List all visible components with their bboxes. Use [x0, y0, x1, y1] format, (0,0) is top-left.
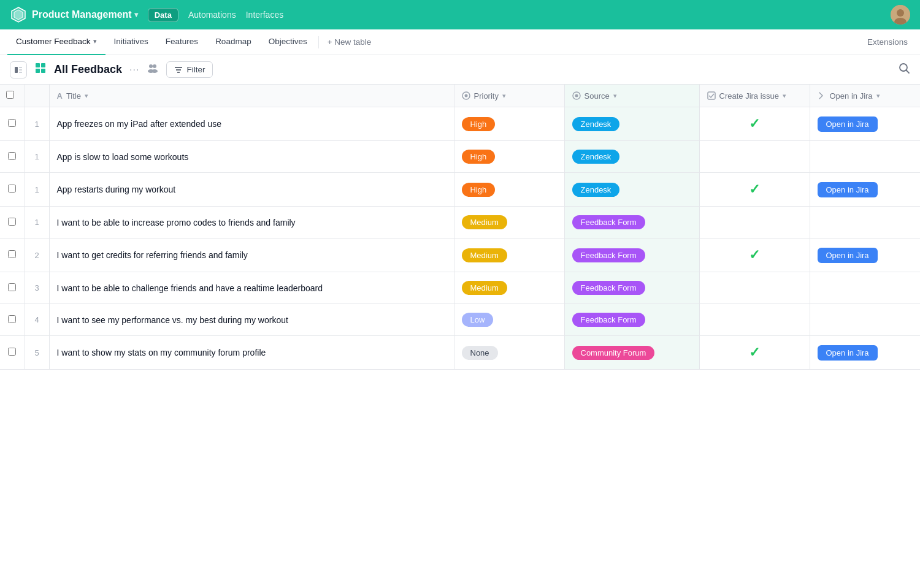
row-checkbox-cell[interactable] — [0, 304, 25, 336]
row-checkbox[interactable] — [8, 250, 16, 258]
nav-data-badge[interactable]: Data — [148, 8, 178, 22]
priority-badge[interactable]: High — [462, 117, 496, 131]
priority-badge[interactable]: Medium — [462, 281, 507, 295]
svg-rect-8 — [19, 72, 22, 73]
row-priority[interactable]: High — [454, 107, 564, 141]
priority-badge[interactable]: Medium — [462, 215, 507, 229]
row-jira-open — [810, 207, 920, 239]
row-jira-open[interactable]: Open in Jira — [810, 173, 920, 207]
row-priority[interactable]: High — [454, 141, 564, 173]
row-priority[interactable]: Medium — [454, 239, 564, 272]
filter-button[interactable]: Filter — [166, 61, 213, 78]
nav-automations[interactable]: Automations — [188, 10, 236, 20]
header-title[interactable]: A Title ▾ — [49, 85, 454, 107]
row-source[interactable]: Zendesk — [564, 173, 699, 207]
source-badge[interactable]: Zendesk — [572, 150, 620, 164]
tab-objectives[interactable]: Objectives — [260, 29, 316, 55]
search-button[interactable] — [898, 62, 910, 77]
row-checkbox-cell[interactable] — [0, 207, 25, 239]
tab-roadmap[interactable]: Roadmap — [207, 29, 260, 55]
sidebar-toggle-btn[interactable] — [10, 61, 27, 78]
row-checkbox-cell[interactable] — [0, 272, 25, 304]
header-num — [25, 85, 49, 107]
table-header-row: A Title ▾ Priority ▾ — [0, 85, 920, 107]
row-checkbox-cell[interactable] — [0, 141, 25, 173]
svg-rect-6 — [19, 67, 22, 68]
priority-badge[interactable]: High — [462, 183, 496, 197]
source-badge[interactable]: Feedback Form — [572, 248, 645, 262]
tab-objectives-label: Objectives — [269, 37, 307, 46]
priority-badge[interactable]: Low — [462, 313, 494, 327]
tab-new-table[interactable]: + New table — [321, 29, 378, 55]
row-priority[interactable]: None — [454, 336, 564, 370]
row-source[interactable]: Feedback Form — [564, 239, 699, 272]
source-badge[interactable]: Feedback Form — [572, 215, 645, 229]
header-priority[interactable]: Priority ▾ — [454, 85, 564, 107]
row-checkbox[interactable] — [8, 315, 16, 323]
source-badge[interactable]: Zendesk — [572, 183, 620, 197]
source-badge[interactable]: Community Forum — [572, 346, 655, 360]
row-jira-open[interactable]: Open in Jira — [810, 107, 920, 141]
row-checkbox-cell[interactable] — [0, 239, 25, 272]
header-jira-open[interactable]: Open in Jira ▾ — [810, 85, 920, 107]
extensions-btn[interactable]: Extensions — [862, 37, 913, 47]
row-source[interactable]: Community Forum — [564, 336, 699, 370]
row-checkbox[interactable] — [8, 218, 16, 226]
row-checkbox-cell[interactable] — [0, 336, 25, 370]
source-badge[interactable]: Zendesk — [572, 117, 620, 131]
row-checkbox[interactable] — [8, 348, 16, 356]
row-checkbox-cell[interactable] — [0, 173, 25, 207]
jira-check-icon: ✓ — [749, 181, 760, 197]
tab-features[interactable]: Features — [157, 29, 207, 55]
row-jira-check — [699, 207, 810, 239]
user-avatar[interactable] — [891, 5, 910, 25]
select-all-checkbox[interactable] — [6, 91, 14, 99]
row-checkbox-cell[interactable] — [0, 107, 25, 141]
row-source[interactable]: Zendesk — [564, 107, 699, 141]
row-source[interactable]: Zendesk — [564, 141, 699, 173]
tab-customer-feedback[interactable]: Customer Feedback ▾ — [7, 29, 105, 55]
row-jira-open[interactable]: Open in Jira — [810, 336, 920, 370]
jira-create-sort-icon[interactable]: ▾ — [783, 92, 786, 100]
row-priority[interactable]: Medium — [454, 207, 564, 239]
row-checkbox[interactable] — [8, 152, 16, 160]
row-priority[interactable]: Low — [454, 304, 564, 336]
jira-open-button[interactable]: Open in Jira — [818, 182, 878, 197]
jira-open-sort-icon[interactable]: ▾ — [876, 92, 880, 100]
row-source[interactable]: Feedback Form — [564, 304, 699, 336]
priority-badge[interactable]: None — [462, 346, 498, 360]
source-badge[interactable]: Feedback Form — [572, 313, 645, 327]
row-checkbox[interactable] — [8, 185, 16, 193]
row-checkbox[interactable] — [8, 283, 16, 291]
row-title: App is slow to load some workouts — [49, 141, 454, 173]
grid-view-icon[interactable] — [34, 62, 47, 77]
priority-sort-icon[interactable]: ▾ — [502, 92, 506, 100]
row-priority[interactable]: Medium — [454, 272, 564, 304]
row-checkbox[interactable] — [8, 119, 16, 127]
app-title-area[interactable]: Product Management ▾ — [32, 9, 138, 20]
priority-badge[interactable]: High — [462, 150, 496, 164]
source-badge[interactable]: Feedback Form — [572, 281, 645, 295]
row-num: 1 — [25, 173, 49, 207]
row-jira-open[interactable]: Open in Jira — [810, 239, 920, 272]
jira-open-button[interactable]: Open in Jira — [818, 248, 878, 263]
priority-badge[interactable]: Medium — [462, 248, 507, 262]
nav-interfaces[interactable]: Interfaces — [246, 10, 283, 20]
source-sort-icon[interactable]: ▾ — [613, 92, 617, 100]
row-priority[interactable]: High — [454, 173, 564, 207]
title-sort-icon[interactable]: ▾ — [85, 92, 88, 100]
svg-point-14 — [153, 64, 156, 68]
tab-initiatives[interactable]: Initiatives — [105, 29, 157, 55]
jira-open-button[interactable]: Open in Jira — [818, 116, 878, 132]
svg-rect-9 — [36, 63, 40, 67]
header-jira-open-label: Open in Jira — [830, 91, 873, 101]
toolbar-people-btn[interactable] — [147, 62, 159, 77]
header-jira-create[interactable]: Create Jira issue ▾ — [699, 85, 810, 107]
row-source[interactable]: Feedback Form — [564, 272, 699, 304]
header-checkbox[interactable] — [0, 85, 25, 107]
jira-open-button[interactable]: Open in Jira — [818, 345, 878, 361]
toolbar-more-btn[interactable]: ··· — [129, 64, 139, 75]
row-source[interactable]: Feedback Form — [564, 207, 699, 239]
header-source[interactable]: Source ▾ — [564, 85, 699, 107]
sidebar-toggle-icon — [13, 65, 23, 75]
